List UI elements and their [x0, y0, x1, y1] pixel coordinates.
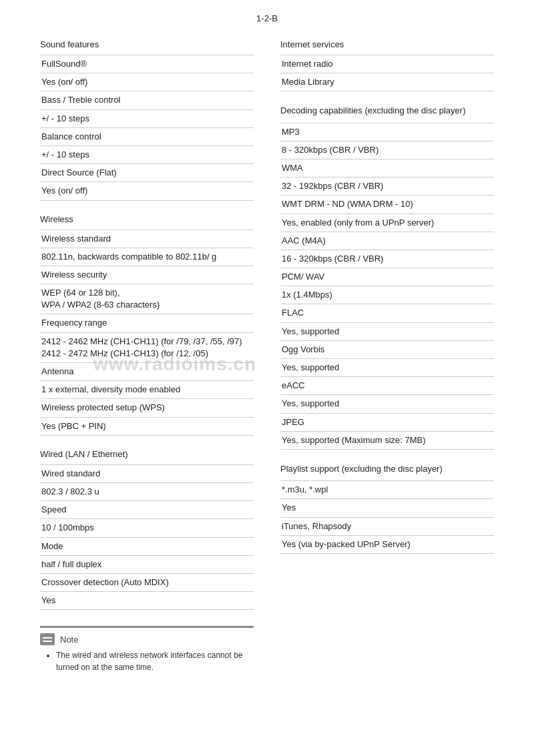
- table-cell: 2412 - 2462 MHz (CH1-CH11) (for /79, /37…: [40, 332, 254, 362]
- table-cell: 10 / 100mbps: [40, 519, 254, 537]
- playlist-section: Playlist support (excluding the disc pla…: [280, 463, 494, 554]
- table-row: Internet radio: [280, 55, 494, 73]
- table-row: Bass / Treble control: [40, 91, 254, 109]
- table-cell: +/ - 10 steps: [40, 109, 254, 127]
- table-row: Speed: [40, 501, 254, 519]
- table-cell: Wireless security: [40, 266, 254, 284]
- table-row: Yes, supported: [280, 322, 494, 340]
- table-cell: *.m3u, *.wpl: [280, 481, 494, 499]
- note-icon-line2: [43, 641, 52, 642]
- table-row: FLAC: [280, 304, 494, 322]
- page-title: 1-2-B: [256, 13, 278, 23]
- table-cell: Mode: [40, 537, 254, 555]
- table-cell: Antenna: [40, 363, 254, 381]
- internet-services-table: Internet radioMedia Library: [280, 55, 494, 91]
- table-row: half / full duplex: [40, 555, 254, 573]
- table-cell: eACC: [280, 377, 494, 395]
- main-content: Sound features FullSound®Yes (on/ off)Ba…: [40, 39, 494, 673]
- table-cell: Wireless standard: [40, 230, 254, 248]
- note-icon-line1: [43, 637, 52, 639]
- table-row: Mode: [40, 537, 254, 555]
- table-row: Antenna: [40, 363, 254, 381]
- page-header: 1-2-B: [40, 13, 494, 23]
- table-row: Wired standard: [40, 464, 254, 482]
- note-text-item: The wired and wireless network interface…: [56, 649, 254, 673]
- table-cell: 32 - 192kbps (CBR / VBR): [280, 177, 494, 196]
- table-row: FullSound®: [40, 55, 254, 73]
- table-cell: PCM/ WAV: [280, 268, 494, 286]
- table-row: WMA: [280, 159, 494, 177]
- table-row: WEP (64 or 128 bit), WPA / WPA2 (8-63 ch…: [40, 284, 254, 314]
- table-row: +/ - 10 steps: [40, 145, 254, 163]
- table-cell: 1x (1.4Mbps): [280, 286, 494, 304]
- table-row: Yes, supported: [280, 395, 494, 413]
- table-cell: FullSound®: [40, 55, 254, 73]
- table-row: AAC (M4A): [280, 232, 494, 250]
- table-row: Wireless security: [40, 266, 254, 284]
- table-cell: 1 x external, diversity mode enabled: [40, 381, 254, 399]
- table-cell: Crossover detection (Auto MDIX): [40, 573, 254, 591]
- table-row: WMT DRM - ND (WMA DRM - 10): [280, 196, 494, 214]
- table-cell: 16 - 320kbps (CBR / VBR): [280, 250, 494, 268]
- table-cell: Ogg Vorbis: [280, 340, 494, 358]
- table-cell: 802.11n, backwards compatible to 802.11b…: [40, 248, 254, 266]
- table-row: 1 x external, diversity mode enabled: [40, 381, 254, 399]
- internet-services-section: Internet services Internet radioMedia Li…: [280, 39, 494, 91]
- decoding-title: Decoding capabilities (excluding the dis…: [280, 105, 494, 117]
- table-cell: FLAC: [280, 304, 494, 322]
- note-text-list: The wired and wireless network interface…: [40, 649, 254, 673]
- table-row: Wireless protected setup (WPS): [40, 399, 254, 417]
- internet-services-title: Internet services: [280, 39, 494, 49]
- table-cell: Yes (on/ off): [40, 182, 254, 200]
- table-row: Ogg Vorbis: [280, 340, 494, 358]
- table-row: Yes, enabled (only from a UPnP server): [280, 214, 494, 232]
- wired-section: Wired (LAN / Ethernet) Wired standard802…: [40, 449, 254, 611]
- table-cell: Yes (on/ off): [40, 73, 254, 91]
- table-cell: WMT DRM - ND (WMA DRM - 10): [280, 196, 494, 214]
- sound-features-table: FullSound®Yes (on/ off)Bass / Treble con…: [40, 55, 254, 201]
- table-row: 802.11n, backwards compatible to 802.11b…: [40, 248, 254, 266]
- table-cell: JPEG: [280, 413, 494, 431]
- playlist-table: *.m3u, *.wplYesiTunes, RhapsodyYes (via …: [280, 480, 494, 554]
- table-row: Media Library: [280, 73, 494, 91]
- table-row: JPEG: [280, 413, 494, 431]
- table-row: Yes: [280, 499, 494, 517]
- table-cell: Frequency range: [40, 314, 254, 332]
- table-cell: Wired standard: [40, 464, 254, 482]
- note-box: Note The wired and wireless network inte…: [40, 626, 254, 673]
- table-cell: MP3: [280, 123, 494, 141]
- right-column: Internet services Internet radioMedia Li…: [280, 39, 494, 673]
- table-row: MP3: [280, 123, 494, 141]
- wireless-section: Wireless Wireless standard802.11n, backw…: [40, 214, 254, 436]
- playlist-title: Playlist support (excluding the disc pla…: [280, 463, 494, 475]
- table-row: iTunes, Rhapsody: [280, 517, 494, 535]
- table-cell: Yes: [40, 592, 254, 610]
- table-row: 16 - 320kbps (CBR / VBR): [280, 250, 494, 268]
- note-icon: [40, 633, 55, 645]
- table-cell: WMA: [280, 159, 494, 177]
- table-cell: Yes, supported: [280, 322, 494, 340]
- table-row: Yes (on/ off): [40, 182, 254, 200]
- table-cell: Balance control: [40, 127, 254, 145]
- table-row: 8 - 320kbps (CBR / VBR): [280, 141, 494, 159]
- sound-features-section: Sound features FullSound®Yes (on/ off)Ba…: [40, 39, 254, 201]
- table-cell: Yes, supported: [280, 395, 494, 413]
- table-row: Crossover detection (Auto MDIX): [40, 573, 254, 591]
- table-cell: 802.3 / 802.3 u: [40, 482, 254, 500]
- table-row: Direct Source (Flat): [40, 164, 254, 182]
- table-row: PCM/ WAV: [280, 268, 494, 286]
- table-cell: Yes, supported: [280, 359, 494, 377]
- table-row: Yes, supported: [280, 359, 494, 377]
- table-row: 32 - 192kbps (CBR / VBR): [280, 177, 494, 196]
- table-cell: half / full duplex: [40, 555, 254, 573]
- table-row: Frequency range: [40, 314, 254, 332]
- table-cell: Speed: [40, 501, 254, 519]
- table-row: Yes (PBC + PIN): [40, 417, 254, 435]
- table-cell: Internet radio: [280, 55, 494, 73]
- sound-features-title: Sound features: [40, 39, 254, 49]
- table-cell: WEP (64 or 128 bit), WPA / WPA2 (8-63 ch…: [40, 284, 254, 314]
- table-cell: Bass / Treble control: [40, 91, 254, 109]
- table-cell: Direct Source (Flat): [40, 164, 254, 182]
- table-cell: 8 - 320kbps (CBR / VBR): [280, 141, 494, 159]
- table-row: Yes (on/ off): [40, 73, 254, 91]
